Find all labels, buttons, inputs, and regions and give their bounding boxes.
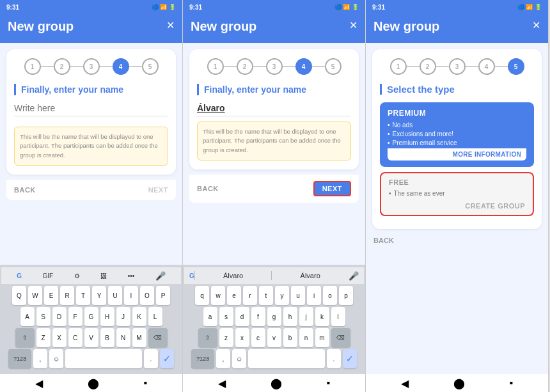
next-button-2[interactable]: NEXT <box>313 181 351 196</box>
key-dot[interactable]: . <box>144 349 158 368</box>
sys-home-3[interactable]: ⬤ <box>453 377 465 389</box>
key2-check[interactable]: ✓ <box>343 349 357 368</box>
key-t[interactable]: T <box>76 286 90 305</box>
key2-j[interactable]: j <box>299 307 313 326</box>
key2-e[interactable]: e <box>227 286 241 305</box>
key2-k[interactable]: k <box>315 307 329 326</box>
sug-img[interactable]: 🖼 <box>100 272 107 279</box>
key-m[interactable]: M <box>132 328 146 347</box>
key-123[interactable]: ?123 <box>8 349 31 368</box>
sys-back-2[interactable]: ◀ <box>218 377 226 389</box>
key2-h[interactable]: h <box>283 307 297 326</box>
close-button-2[interactable]: ✕ <box>349 19 358 31</box>
key-l[interactable]: L <box>148 307 162 326</box>
key2-n[interactable]: n <box>299 328 313 347</box>
key-q[interactable]: Q <box>12 286 26 305</box>
key2-t[interactable]: t <box>259 286 273 305</box>
create-group-button[interactable]: CREATE GROUP <box>389 200 525 210</box>
sys-home-1[interactable]: ⬤ <box>88 377 99 389</box>
key2-l[interactable]: l <box>331 307 345 326</box>
key2-c[interactable]: c <box>251 328 265 347</box>
key2-p[interactable]: p <box>339 286 353 305</box>
premium-box[interactable]: PREMIUM • No ads • Exclusions and more! … <box>380 102 534 167</box>
sys-back-1[interactable]: ◀ <box>35 377 43 389</box>
key-p[interactable]: P <box>156 286 170 305</box>
key-backspace[interactable]: ⌫ <box>148 328 168 347</box>
key-check[interactable]: ✓ <box>160 349 174 368</box>
name-input-1[interactable] <box>14 100 168 116</box>
sug-more[interactable]: ••• <box>128 272 135 279</box>
key2-g[interactable]: g <box>267 307 281 326</box>
free-box[interactable]: FREE • The same as ever CREATE GROUP <box>380 172 534 216</box>
key2-i[interactable]: i <box>307 286 321 305</box>
key-h[interactable]: H <box>100 307 114 326</box>
key2-o[interactable]: o <box>323 286 337 305</box>
key2-f[interactable]: f <box>251 307 265 326</box>
key-x[interactable]: X <box>52 328 67 347</box>
key-d[interactable]: D <box>52 307 67 326</box>
key-f[interactable]: F <box>68 307 82 326</box>
key-c[interactable]: C <box>68 328 82 347</box>
sug-alvaro-1[interactable]: Álvaro <box>195 272 272 279</box>
close-button-3[interactable]: ✕ <box>532 19 540 31</box>
key-comma[interactable]: , <box>33 349 47 368</box>
key2-r[interactable]: r <box>243 286 257 305</box>
close-button-1[interactable]: ✕ <box>166 19 175 31</box>
sys-back-3[interactable]: ◀ <box>401 377 409 389</box>
key2-x[interactable]: x <box>235 328 249 347</box>
sys-home-2[interactable]: ⬤ <box>271 377 282 389</box>
key-w[interactable]: W <box>28 286 42 305</box>
sug-gif[interactable]: GIF <box>43 272 54 279</box>
key-v[interactable]: V <box>84 328 98 347</box>
key2-space[interactable] <box>248 349 325 368</box>
back-button-3[interactable]: BACK <box>366 233 548 249</box>
key2-q[interactable]: q <box>195 286 209 305</box>
sys-recent-3[interactable]: ▪ <box>509 377 513 389</box>
key2-123[interactable]: ?123 <box>191 349 214 368</box>
sug-mic-2[interactable]: 🎤 <box>349 271 359 281</box>
key-g[interactable]: G <box>84 307 98 326</box>
key-b[interactable]: B <box>100 328 114 347</box>
key-o[interactable]: O <box>140 286 154 305</box>
key-u[interactable]: U <box>108 286 122 305</box>
more-info-button[interactable]: MORE INFORMATION <box>388 148 526 161</box>
key-e[interactable]: E <box>44 286 58 305</box>
key-z[interactable]: Z <box>36 328 51 347</box>
sug-alvaro-2[interactable]: Álvaro <box>272 272 349 279</box>
key-a[interactable]: A <box>20 307 35 326</box>
key-space[interactable] <box>65 349 142 368</box>
key-s[interactable]: S <box>36 307 51 326</box>
key2-comma[interactable]: , <box>216 349 230 368</box>
key2-a[interactable]: a <box>203 307 217 326</box>
sug-mic[interactable]: 🎤 <box>155 271 166 281</box>
key-j[interactable]: J <box>116 307 130 326</box>
sys-recent-2[interactable]: ▪ <box>326 377 330 389</box>
key-k[interactable]: K <box>132 307 146 326</box>
name-input-2[interactable]: Álvaro <box>197 100 351 116</box>
white-card-2: 1 2 3 4 5 Finally, enter your name Álvar… <box>189 49 359 169</box>
back-button-2[interactable]: BACK <box>197 185 219 192</box>
sys-recent-1[interactable]: ▪ <box>143 377 147 389</box>
key2-emoji[interactable]: ☺ <box>232 349 246 368</box>
key-emoji[interactable]: ☺ <box>49 349 63 368</box>
premium-feature-1: • No ads <box>388 122 526 129</box>
key-n[interactable]: N <box>116 328 130 347</box>
key2-shift[interactable]: ⇧ <box>198 328 217 347</box>
key2-m[interactable]: m <box>315 328 329 347</box>
key-i[interactable]: I <box>124 286 138 305</box>
sug-gear[interactable]: ⚙ <box>74 272 80 279</box>
key2-d[interactable]: d <box>235 307 249 326</box>
key2-v[interactable]: v <box>267 328 281 347</box>
key2-backspace[interactable]: ⌫ <box>331 328 350 347</box>
key2-s[interactable]: s <box>219 307 233 326</box>
key2-w[interactable]: w <box>211 286 225 305</box>
key2-dot[interactable]: . <box>327 349 341 368</box>
key-shift[interactable]: ⇧ <box>15 328 35 347</box>
back-button-1[interactable]: BACK <box>14 186 36 194</box>
key-r[interactable]: R <box>60 286 74 305</box>
key2-b[interactable]: b <box>283 328 297 347</box>
key2-y[interactable]: y <box>275 286 289 305</box>
key-y[interactable]: Y <box>92 286 106 305</box>
key2-z[interactable]: z <box>219 328 233 347</box>
key2-u[interactable]: u <box>291 286 305 305</box>
